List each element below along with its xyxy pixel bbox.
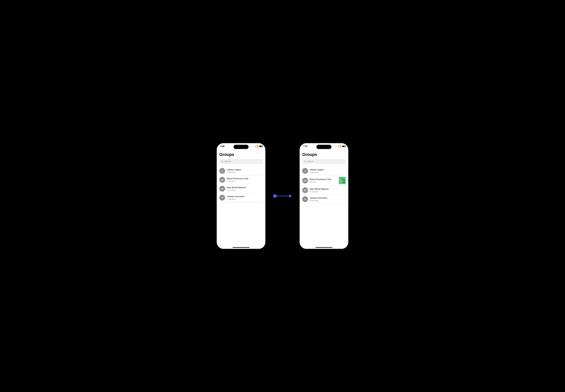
- group-info-li-r: Liberty League 0 Members: [310, 168, 346, 173]
- signal-dot-2: [253, 146, 254, 147]
- group-members-ya-r: 0 Members: [310, 200, 346, 202]
- call-icon: 📞: [342, 178, 345, 181]
- left-signal: [252, 146, 256, 147]
- group-avatar-ne: NE: [219, 186, 225, 192]
- list-item[interactable]: NE New World Network 0 Members: [302, 186, 346, 195]
- group-name-mo-r: Mount Rushmore Club: [310, 178, 339, 181]
- group-members-ne-r: 0 Members: [310, 191, 346, 193]
- right-wifi-icon: 📶: [339, 145, 341, 147]
- group-name-ya: Yankee Innovators: [227, 195, 263, 198]
- list-item[interactable]: LI Liberty League 0 Members: [219, 167, 263, 175]
- group-members-mo-r: Members: [310, 181, 339, 183]
- left-battery-fill: [260, 146, 262, 147]
- group-name-mo: Mount Rushmore Club: [227, 177, 263, 180]
- left-phone: 4:08 📶 Groups 🔍 Search: [217, 143, 265, 249]
- left-wifi-icon: 📶: [256, 145, 259, 147]
- group-avatar-ya: YA: [219, 195, 225, 200]
- signal-dot-4: [255, 146, 256, 147]
- signal-dot-1: [335, 146, 336, 147]
- group-name-ne: New World Network: [227, 186, 263, 189]
- list-item[interactable]: LI Liberty League 0 Members: [302, 167, 346, 175]
- group-avatar-mo: MO: [219, 177, 225, 183]
- left-battery-icon: [259, 145, 262, 147]
- group-item-inner-mo: MO Mount Rushmore Club Members: [302, 178, 339, 183]
- group-info-ne: New World Network 0 Members: [227, 186, 263, 191]
- left-search-bar[interactable]: 🔍 Search: [219, 159, 263, 164]
- left-page-title: Groups: [219, 152, 263, 157]
- group-members-mo: 5 Members: [227, 180, 263, 182]
- right-page-title: Groups: [302, 152, 346, 157]
- arrow-circle: [273, 194, 276, 198]
- group-avatar-mo-r: MO: [302, 178, 308, 183]
- group-avatar-ne-r: NE: [302, 187, 308, 193]
- list-item[interactable]: YA Yankee Innovators 0 Members: [302, 195, 346, 204]
- right-search-icon: 🔍: [304, 160, 306, 162]
- group-name-li: Liberty League: [227, 168, 263, 171]
- right-time: 7:14: [303, 145, 307, 148]
- group-members-li: 0 Members: [227, 171, 263, 173]
- arrow-connector: [273, 194, 292, 198]
- group-info-ya-r: Yankee Innovators 0 Members: [310, 197, 346, 202]
- list-item[interactable]: YA Yankee Innovators 0 Members: [219, 193, 263, 202]
- arrow-line: [273, 194, 292, 198]
- left-status-icons: 📶: [252, 145, 262, 147]
- group-avatar-li: LI: [219, 168, 225, 174]
- signal-dot-3: [337, 146, 338, 147]
- signal-dot-3: [254, 146, 255, 147]
- group-info-mo-r: Mount Rushmore Club Members: [310, 178, 339, 183]
- group-members-ya: 0 Members: [227, 198, 263, 200]
- signal-dot-4: [338, 146, 339, 147]
- right-search-bar[interactable]: 🔍 Search: [302, 159, 346, 164]
- right-battery-fill: [343, 146, 345, 147]
- group-name-ne-r: New World Network: [310, 188, 346, 190]
- right-search-placeholder: Search: [307, 160, 314, 163]
- arrow-shaft: [276, 196, 289, 196]
- right-phone: 7:14 📶 Groups 🔍 Search: [300, 143, 348, 249]
- left-screen-content: Groups 🔍 Search LI Liberty League 0 Memb…: [217, 150, 265, 249]
- group-members-li-r: 0 Members: [310, 171, 346, 173]
- signal-dot-1: [252, 146, 253, 147]
- right-battery-icon: [342, 145, 345, 147]
- group-avatar-ya-r: YA: [302, 196, 308, 202]
- group-info-ya: Yankee Innovators 0 Members: [227, 195, 263, 200]
- arrow-head: [289, 194, 292, 198]
- call-label: Call: [342, 181, 345, 183]
- left-dynamic-island: [234, 145, 248, 149]
- right-home-indicator: [316, 247, 332, 248]
- signal-dot-2: [336, 146, 337, 147]
- group-info-mo: Mount Rushmore Club 5 Members: [227, 177, 263, 182]
- right-dynamic-island: [317, 145, 331, 149]
- group-name-ya-r: Yankee Innovators: [310, 197, 346, 199]
- right-groups-list: LI Liberty League 0 Members MO Mount Rus…: [302, 167, 346, 204]
- swipe-call-action[interactable]: 📞 Call: [339, 177, 346, 184]
- group-info-ne-r: New World Network 0 Members: [310, 188, 346, 193]
- right-signal: [335, 146, 339, 147]
- left-time: 4:08: [220, 145, 224, 148]
- group-info-li: Liberty League 0 Members: [227, 168, 263, 173]
- group-members-ne: 0 Members: [227, 189, 263, 191]
- left-home-indicator: [233, 247, 249, 248]
- list-item[interactable]: MO Mount Rushmore Club 5 Members: [219, 175, 263, 184]
- scene: 4:08 📶 Groups 🔍 Search: [217, 143, 348, 249]
- group-avatar-li-r: LI: [302, 168, 308, 174]
- right-screen-content: Groups 🔍 Search LI Liberty League 0 Memb…: [300, 150, 348, 249]
- left-groups-list: LI Liberty League 0 Members MO Mount Rus…: [219, 167, 263, 202]
- left-search-icon: 🔍: [221, 160, 223, 162]
- left-search-placeholder: Search: [224, 160, 231, 163]
- group-name-li-r: Liberty League: [310, 168, 346, 171]
- list-item-swiped[interactable]: MO Mount Rushmore Club Members 📞 Call: [302, 175, 346, 186]
- list-item[interactable]: NE New World Network 0 Members: [219, 184, 263, 193]
- right-status-icons: 📶: [335, 145, 345, 147]
